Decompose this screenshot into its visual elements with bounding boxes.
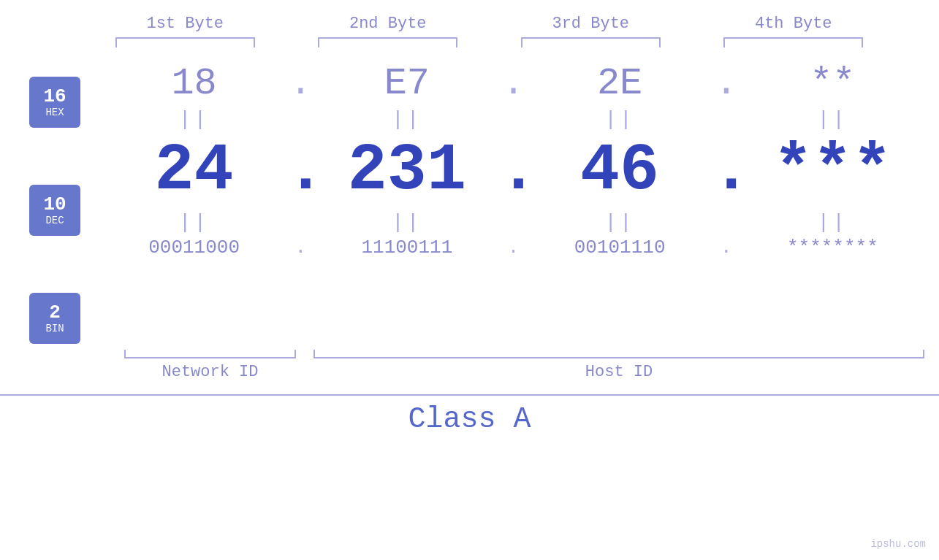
- top-brackets: [68, 37, 879, 47]
- host-id-label: Host ID: [585, 363, 653, 381]
- dec-b1: 24: [102, 138, 286, 204]
- host-bracket: Host ID: [313, 350, 924, 381]
- hex-badge: 16 HEX: [29, 77, 80, 128]
- hex-dec-equals: || || || ||: [102, 108, 924, 131]
- dec-bin-equals: || || || ||: [102, 211, 924, 234]
- bin-b2: 11100111: [315, 237, 498, 258]
- hex-b1: 18: [102, 62, 286, 105]
- eq8: ||: [741, 211, 924, 234]
- bin-row: 00011000 . 11100111 . 00101110 . *******…: [102, 237, 924, 258]
- eq6: ||: [315, 211, 498, 234]
- hex-b4: **: [741, 62, 924, 105]
- dec-row: 24 . 231 . 46 . ***: [102, 134, 924, 208]
- class-row: Class A: [0, 394, 939, 436]
- dec-badge: 10 DEC: [29, 185, 80, 236]
- bottom-section: Network ID Host ID: [0, 350, 939, 381]
- main-container: 1st Byte 2nd Byte 3rd Byte 4th Byte 16 H…: [0, 0, 939, 560]
- dec-b4: ***: [741, 138, 924, 204]
- dec-b2: 231: [315, 138, 498, 204]
- network-id-label: Network ID: [161, 363, 258, 381]
- base-labels: 16 HEX 10 DEC 2 BIN: [0, 55, 80, 344]
- bin-sep1: .: [294, 237, 306, 258]
- hex-sep3: .: [715, 62, 737, 105]
- hex-row: 18 . E7 . 2E . **: [102, 62, 924, 105]
- bin-sep3: .: [721, 237, 732, 258]
- eq5: ||: [102, 211, 286, 234]
- network-bracket: Network ID: [124, 350, 296, 381]
- host-bracket-line: [313, 350, 924, 358]
- bin-b4: ********: [741, 237, 924, 258]
- network-bracket-line: [124, 350, 296, 358]
- byte4-header: 4th Byte: [708, 15, 879, 37]
- eq3: ||: [528, 108, 712, 131]
- hex-sep1: .: [289, 62, 312, 105]
- hex-b3: 2E: [528, 62, 712, 105]
- hex-sep2: .: [502, 62, 525, 105]
- watermark: ipshu.com: [870, 538, 926, 550]
- hex-b2: E7: [315, 62, 498, 105]
- byte2-header: 2nd Byte: [303, 15, 474, 37]
- byte1-header: 1st Byte: [100, 15, 271, 37]
- bin-b3: 00101110: [528, 237, 712, 258]
- class-label: Class A: [408, 403, 531, 436]
- bin-sep2: .: [508, 237, 520, 258]
- eq4: ||: [741, 108, 924, 131]
- data-area: 16 HEX 10 DEC 2 BIN 18 . E7 . 2E . **: [0, 55, 939, 344]
- eq7: ||: [528, 211, 712, 234]
- bin-badge: 2 BIN: [29, 293, 80, 344]
- byte3-header: 3rd Byte: [506, 15, 677, 37]
- eq1: ||: [102, 108, 286, 131]
- eq2: ||: [315, 108, 498, 131]
- bin-b1: 00011000: [102, 237, 286, 258]
- values-grid: 18 . E7 . 2E . ** || || || || 24: [102, 55, 924, 258]
- dec-b3: 46: [528, 138, 712, 204]
